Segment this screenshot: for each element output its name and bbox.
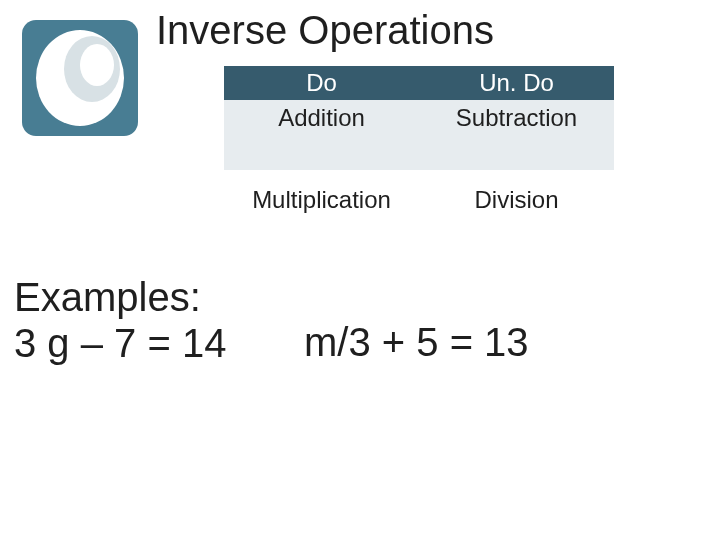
oval-shape-icon	[80, 44, 114, 86]
table-header-do: Do	[224, 66, 419, 100]
table-cell-do: Addition	[224, 100, 419, 170]
page-title: Inverse Operations	[156, 8, 494, 53]
decorative-icon	[22, 20, 138, 136]
inverse-ops-table: Do Un. Do Addition Subtraction Multiplic…	[224, 66, 614, 230]
table-row: Addition Subtraction	[224, 100, 614, 170]
table-row: Multiplication Division	[224, 170, 614, 230]
equation-left: 3 g – 7 = 14	[14, 320, 226, 366]
table-header-row: Do Un. Do	[224, 66, 614, 100]
equation-right: m/3 + 5 = 13	[304, 320, 529, 365]
table-cell-undo: Subtraction	[419, 100, 614, 170]
examples-block: Examples: 3 g – 7 = 14	[14, 274, 226, 366]
examples-heading: Examples:	[14, 275, 201, 319]
table-header-undo: Un. Do	[419, 66, 614, 100]
table-cell-do: Multiplication	[224, 170, 419, 230]
slide: Inverse Operations Do Un. Do Addition Su…	[0, 0, 720, 540]
table-cell-undo: Division	[419, 170, 614, 230]
